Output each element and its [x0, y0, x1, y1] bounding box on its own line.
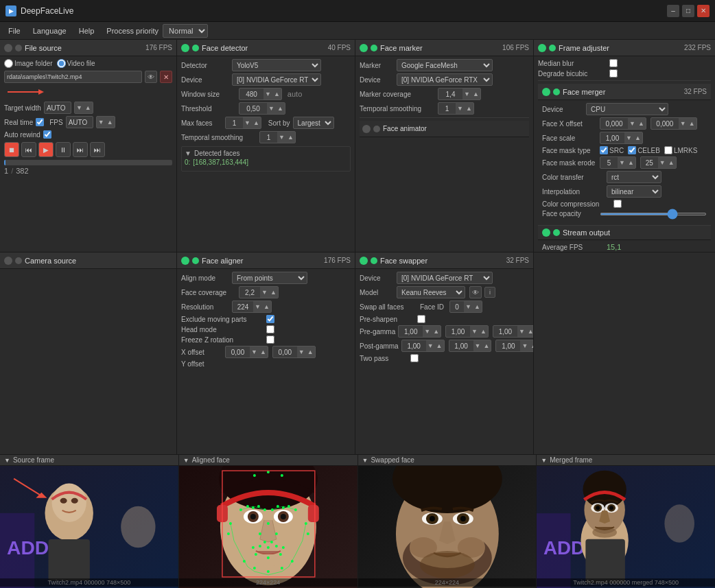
- marker-temporal-spinbox[interactable]: ▼ ▲: [438, 102, 474, 115]
- face-detector-device-select[interactable]: [0] NVIDIA GeForce RTX 20: [232, 73, 321, 86]
- resolution-up[interactable]: ▲: [262, 301, 271, 312]
- interpolation-select[interactable]: bilinear: [607, 185, 661, 198]
- face-animator-power-btn[interactable]: [362, 125, 371, 133]
- post-gamma-up1[interactable]: ▲: [435, 340, 444, 351]
- post-gamma-spinbox2[interactable]: ▼ ▲: [449, 340, 492, 352]
- prev-frame-btn[interactable]: ⏮: [21, 142, 36, 157]
- align-mode-select[interactable]: From points: [232, 272, 307, 284]
- post-gamma-down2[interactable]: ▼: [473, 340, 482, 351]
- erode-down2[interactable]: ▼: [658, 157, 667, 168]
- post-gamma-spinbox3[interactable]: ▼ ▲: [495, 340, 533, 352]
- erode-spinbox2[interactable]: ▼ ▲: [640, 156, 677, 169]
- face-x-down1[interactable]: ▼: [628, 118, 637, 129]
- menu-language[interactable]: Language: [27, 25, 72, 36]
- face-x-up1[interactable]: ▲: [637, 118, 646, 129]
- post-gamma-down1[interactable]: ▼: [426, 340, 435, 351]
- pause-btn[interactable]: ⏸: [56, 142, 71, 157]
- marker-temporal-up[interactable]: ▲: [465, 103, 473, 114]
- face-x-offset-spinbox2[interactable]: ▼ ▲: [650, 117, 697, 130]
- lmrks-mask-check[interactable]: LMRKS: [664, 146, 697, 154]
- image-folder-radio[interactable]: [4, 59, 13, 68]
- pre-gamma-input1[interactable]: [399, 325, 423, 338]
- face-coverage-spinbox[interactable]: ▼ ▲: [239, 286, 279, 298]
- x-offset-spinbox1[interactable]: ▼ ▲: [225, 346, 268, 358]
- post-gamma-spinbox1[interactable]: ▼ ▲: [401, 340, 445, 352]
- x-offset-down1[interactable]: ▼: [250, 346, 259, 357]
- marker-coverage-spinbox[interactable]: ▼ ▲: [438, 88, 481, 100]
- next-frame-btn[interactable]: ⏭: [73, 142, 88, 157]
- color-compression-checkbox[interactable]: [613, 200, 622, 208]
- face-x-down2[interactable]: ▼: [679, 118, 688, 129]
- max-faces-up[interactable]: ▲: [252, 117, 261, 128]
- median-blur-checkbox[interactable]: [609, 59, 618, 67]
- marker-coverage-input[interactable]: [438, 88, 462, 100]
- two-pass-checkbox[interactable]: [410, 354, 419, 362]
- window-size-spinbox[interactable]: ▼ ▲: [239, 88, 282, 100]
- model-select[interactable]: Keanu Reeves: [397, 286, 465, 298]
- x-offset-up1[interactable]: ▲: [259, 346, 268, 357]
- max-faces-down[interactable]: ▼: [243, 117, 252, 128]
- realtime-checkbox[interactable]: [36, 118, 44, 126]
- temporal-smoothing-up[interactable]: ▲: [286, 132, 295, 143]
- priority-select[interactable]: Normal High Low: [163, 24, 208, 38]
- pre-gamma-up1[interactable]: ▲: [432, 326, 441, 337]
- face-marker-power-btn[interactable]: [360, 44, 368, 52]
- post-gamma-input1[interactable]: [402, 340, 426, 352]
- face-id-spinbox[interactable]: ▼ ▲: [449, 301, 482, 313]
- target-width-spinbox[interactable]: ▼ ▲: [74, 102, 93, 114]
- marker-coverage-down[interactable]: ▼: [462, 89, 471, 99]
- threshold-up[interactable]: ▲: [276, 103, 285, 114]
- maximize-button[interactable]: □: [682, 5, 694, 17]
- file-source-power-btn[interactable]: [4, 44, 12, 52]
- max-faces-input[interactable]: [226, 117, 243, 129]
- target-width-input[interactable]: [44, 102, 71, 114]
- pre-gamma-spinbox3[interactable]: ▼ ▲: [493, 325, 533, 338]
- erode-input1[interactable]: [600, 156, 618, 169]
- sort-by-select[interactable]: Largest: [293, 117, 334, 129]
- face-scale-up[interactable]: ▲: [633, 132, 642, 143]
- face-id-down[interactable]: ▼: [464, 301, 473, 312]
- swapper-device-select[interactable]: [0] NVIDIA GeForce RT: [397, 272, 493, 284]
- pre-sharpen-checkbox[interactable]: [417, 315, 425, 323]
- resolution-down[interactable]: ▼: [253, 301, 262, 312]
- marker-temporal-input[interactable]: [438, 102, 456, 115]
- image-folder-option[interactable]: Image folder: [4, 59, 53, 68]
- stop-btn[interactable]: ⏹: [4, 142, 19, 157]
- erode-up2[interactable]: ▲: [667, 157, 676, 168]
- minimize-button[interactable]: –: [667, 5, 679, 17]
- progress-bar[interactable]: [4, 160, 172, 165]
- lmrks-mask-checkbox[interactable]: [664, 146, 672, 154]
- face-detector-power-btn[interactable]: [181, 44, 189, 52]
- erode-up1[interactable]: ▲: [626, 157, 635, 168]
- target-width-up[interactable]: ▲: [84, 102, 93, 113]
- file-preview-btn[interactable]: 👁: [145, 71, 157, 83]
- window-size-up[interactable]: ▲: [272, 89, 281, 99]
- pre-gamma-input2[interactable]: [446, 325, 470, 338]
- src-mask-check[interactable]: SRC: [600, 146, 624, 154]
- pre-gamma-input3[interactable]: [493, 325, 517, 338]
- menu-help[interactable]: Help: [73, 25, 100, 36]
- fps-down[interactable]: ▼: [97, 117, 106, 128]
- threshold-down[interactable]: ▼: [267, 103, 276, 114]
- face-opacity-slider[interactable]: [600, 213, 707, 215]
- marker-coverage-up[interactable]: ▲: [471, 89, 480, 99]
- face-marker-device-select[interactable]: [0] NVIDIA GeForce RTX 207: [397, 73, 493, 86]
- stream-output-power-btn[interactable]: [542, 228, 550, 237]
- menu-file[interactable]: File: [3, 25, 26, 36]
- color-transfer-select[interactable]: rct: [607, 171, 661, 183]
- celeb-mask-checkbox[interactable]: [628, 146, 636, 154]
- marker-temporal-down[interactable]: ▼: [456, 103, 465, 114]
- face-x-up2[interactable]: ▲: [688, 118, 696, 129]
- face-merger-power-btn[interactable]: [542, 88, 550, 96]
- face-id-up[interactable]: ▲: [473, 301, 482, 312]
- pre-gamma-spinbox2[interactable]: ▼ ▲: [445, 325, 489, 338]
- face-coverage-up[interactable]: ▲: [269, 287, 278, 298]
- fps-up[interactable]: ▲: [106, 117, 115, 128]
- video-file-option[interactable]: Video file: [57, 59, 95, 68]
- temporal-smoothing-down[interactable]: ▼: [277, 132, 286, 143]
- face-aligner-power-btn[interactable]: [181, 257, 189, 265]
- x-offset-down2[interactable]: ▼: [297, 346, 306, 357]
- last-frame-btn[interactable]: ⏭: [90, 142, 105, 157]
- target-width-down[interactable]: ▼: [75, 102, 84, 113]
- auto-rewind-checkbox[interactable]: [43, 130, 51, 139]
